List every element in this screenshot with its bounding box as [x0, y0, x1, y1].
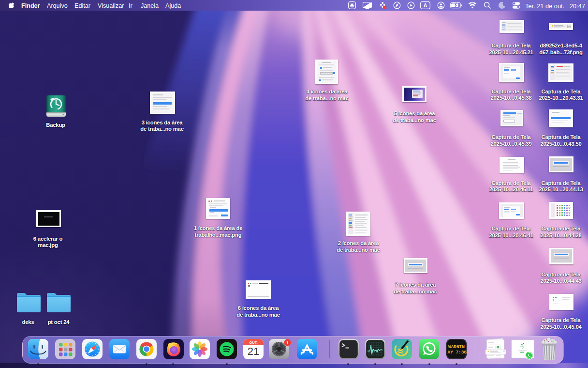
svg-text:OUT.: OUT. [249, 340, 257, 345]
svg-text:A: A [424, 2, 427, 8]
svg-text:21: 21 [248, 345, 259, 357]
svg-text:WARNIN: WARNIN [448, 344, 465, 350]
svg-text:1: 1 [286, 340, 289, 345]
svg-text:AY 7:36: AY 7:36 [448, 350, 467, 355]
